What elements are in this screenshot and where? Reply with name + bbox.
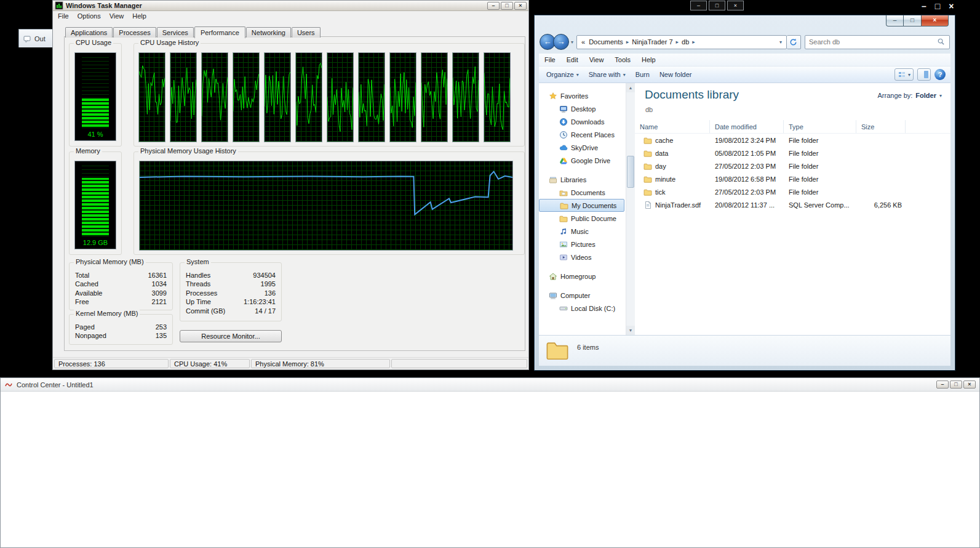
breadcrumb-dropdown-icon[interactable]: ▾ xyxy=(779,39,784,45)
sidebar-item-pictures[interactable]: Pictures xyxy=(539,238,626,251)
toolbar-organize[interactable]: Organize▾ xyxy=(541,69,584,80)
sidebar-item-public-docume[interactable]: Public Docume xyxy=(539,212,626,225)
arrange-by-control[interactable]: Arrange by: Folder ▾ xyxy=(877,92,942,99)
maximize-button[interactable]: □ xyxy=(950,381,962,389)
tab-services[interactable]: Services xyxy=(157,27,194,38)
refresh-button[interactable] xyxy=(787,35,801,49)
explorer-menu-view[interactable]: View xyxy=(584,55,610,65)
minimize-button[interactable]: – xyxy=(922,1,926,11)
file-row[interactable]: day27/05/2012 2:03 PMFile folder xyxy=(635,159,950,172)
videos-icon xyxy=(559,253,568,262)
column-header-size[interactable]: Size xyxy=(856,120,906,133)
maximize-button[interactable]: □ xyxy=(709,1,725,10)
statusbar-cell: Physical Memory: 81% xyxy=(251,359,390,368)
scroll-up-icon[interactable]: ▲ xyxy=(626,83,635,92)
menu-file[interactable]: File xyxy=(54,12,73,20)
stat-row: Commit (GB)14 / 17 xyxy=(186,307,276,315)
tab-processes[interactable]: Processes xyxy=(113,27,156,38)
close-button[interactable]: × xyxy=(514,2,527,10)
toolbar-label: Burn xyxy=(635,71,650,78)
sidebar-item-downloads[interactable]: Downloads xyxy=(539,115,626,128)
sidebar-item-google-drive[interactable]: Google Drive xyxy=(539,154,626,167)
change-view-button[interactable]: ▾ xyxy=(894,68,914,81)
tab-applications[interactable]: Applications xyxy=(65,27,113,38)
search-input[interactable] xyxy=(809,38,937,46)
views-icon xyxy=(898,70,906,79)
close-button[interactable]: × xyxy=(963,381,976,389)
column-header-type[interactable]: Type xyxy=(784,120,856,133)
sidebar-item-music[interactable]: Music xyxy=(539,225,626,238)
explorer-menu-help[interactable]: Help xyxy=(636,55,661,65)
close-button[interactable]: × xyxy=(921,15,949,26)
toolbar-new-folder[interactable]: New folder xyxy=(655,69,697,80)
sidebar-section-libraries[interactable]: Libraries xyxy=(539,173,626,186)
sidebar-item-local-disk-c[interactable]: Local Disk (C:) xyxy=(539,302,626,315)
column-header-date-modified[interactable]: Date modified xyxy=(710,120,784,133)
minimize-button[interactable]: – xyxy=(886,15,904,26)
memory-history-group: Physical Memory Usage History xyxy=(133,151,525,255)
close-button[interactable]: × xyxy=(727,1,744,10)
arrange-by-value[interactable]: Folder xyxy=(915,92,936,99)
file-modified-cell: 27/05/2012 2:03 PM xyxy=(710,159,784,172)
search-icon[interactable] xyxy=(937,38,946,46)
column-header-name[interactable]: Name xyxy=(635,120,710,133)
breadcrumb-item-db[interactable]: db xyxy=(680,38,691,46)
sidebar-item-skydrive[interactable]: SkyDrive xyxy=(539,141,626,154)
file-name: day xyxy=(655,163,666,170)
file-row[interactable]: cache19/08/2012 3:24 PMFile folder xyxy=(635,134,950,147)
tab-performance[interactable]: Performance xyxy=(194,26,245,38)
toolbar-burn[interactable]: Burn xyxy=(631,69,655,80)
minimize-button[interactable]: – xyxy=(487,2,500,10)
sidebar-section-homegroup[interactable]: Homegroup xyxy=(539,270,626,283)
sidebar-section-computer[interactable]: Computer xyxy=(539,289,626,302)
file-row[interactable]: minute19/08/2012 6:58 PMFile folder xyxy=(635,172,950,185)
sidebar-section-favorites[interactable]: Favorites xyxy=(539,89,626,102)
explorer-command-bar: Organize▾Share with▾BurnNew folder ▾ ? xyxy=(539,66,950,83)
breadcrumb-item-documents[interactable]: Documents xyxy=(587,38,625,46)
breadcrumb-item-ninjatrader-7[interactable]: NinjaTrader 7 xyxy=(630,38,674,46)
file-row[interactable]: data05/08/2012 1:05 PMFile folder xyxy=(635,147,950,159)
maximize-button[interactable]: □ xyxy=(501,2,513,10)
library-subtitle: db xyxy=(645,106,653,113)
explorer-menu-tools[interactable]: Tools xyxy=(609,55,636,65)
file-row[interactable]: NinjaTrader.sdf20/08/2012 11:37 ...SQL S… xyxy=(635,198,950,211)
file-name: NinjaTrader.sdf xyxy=(655,201,701,209)
menu-options[interactable]: Options xyxy=(73,12,105,20)
forward-button[interactable]: → xyxy=(553,34,569,50)
sidebar-item-my-documents[interactable]: My Documents xyxy=(539,199,624,212)
help-button[interactable]: ? xyxy=(934,69,946,80)
tab-networking[interactable]: Networking xyxy=(246,27,291,38)
sidebar-item-desktop[interactable]: Desktop xyxy=(539,102,626,115)
breadcrumb-overflow[interactable]: « xyxy=(580,38,587,46)
scrollbar-thumb[interactable] xyxy=(627,156,634,188)
close-button[interactable]: × xyxy=(949,1,954,11)
breadcrumb[interactable]: «Documents▸NinjaTrader 7▸db▸ ▾ xyxy=(576,35,787,49)
sidebar-item-recent-places[interactable]: Recent Places xyxy=(539,128,626,141)
stat-value: 16361 xyxy=(148,271,167,280)
sidebar-item-label: Music xyxy=(571,228,589,235)
maximize-button[interactable]: □ xyxy=(904,15,921,26)
explorer-menu-file[interactable]: File xyxy=(539,55,561,65)
control-center-titlebar[interactable]: Control Center - Untitled1 – □ × xyxy=(1,378,979,392)
preview-pane-button[interactable] xyxy=(917,68,931,81)
minimize-button[interactable]: – xyxy=(690,1,707,10)
history-dropdown-icon[interactable]: ▾ xyxy=(571,39,573,45)
minimize-button[interactable]: – xyxy=(936,381,949,389)
sidebar-item-documents[interactable]: Documents xyxy=(539,186,626,199)
explorer-menubar: FileEditViewToolsHelp xyxy=(539,54,950,66)
homegroup-icon xyxy=(549,272,557,281)
menu-help[interactable]: Help xyxy=(128,12,151,20)
tab-users[interactable]: Users xyxy=(292,27,321,38)
scroll-down-icon[interactable]: ▼ xyxy=(626,326,635,335)
resource-monitor-button[interactable]: Resource Monitor... xyxy=(180,330,282,342)
search-box[interactable] xyxy=(805,35,950,49)
sidebar-scrollbar[interactable]: ▲ ▼ xyxy=(626,83,635,335)
explorer-menu-edit[interactable]: Edit xyxy=(561,55,584,65)
file-type-cell: SQL Server Comp... xyxy=(784,198,856,211)
task-manager-titlebar[interactable]: Windows Task Manager – □ × xyxy=(53,1,528,11)
file-row[interactable]: tick27/05/2012 2:03 PMFile folder xyxy=(635,185,950,198)
toolbar-share-with[interactable]: Share with▾ xyxy=(584,69,631,80)
maximize-button[interactable]: □ xyxy=(935,1,940,11)
sidebar-item-videos[interactable]: Videos xyxy=(539,251,626,264)
menu-view[interactable]: View xyxy=(105,12,129,20)
